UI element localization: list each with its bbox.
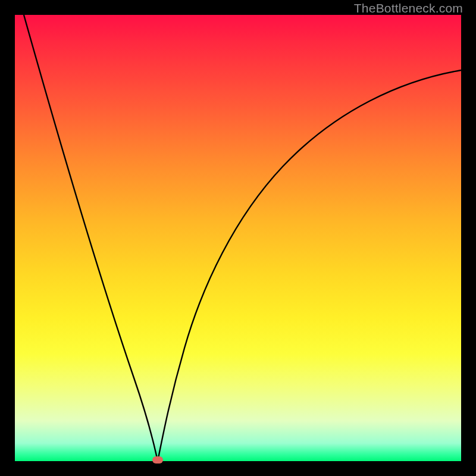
bottleneck-curve xyxy=(15,15,461,461)
optimum-marker xyxy=(152,456,163,464)
watermark-text: TheBottleneck.com xyxy=(354,1,463,15)
plot-area xyxy=(15,15,461,461)
chart-frame: TheBottleneck.com xyxy=(0,0,476,476)
